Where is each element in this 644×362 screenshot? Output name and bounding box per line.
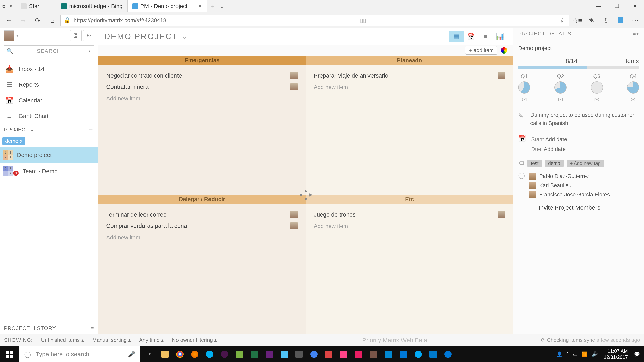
add-item-button[interactable]: + add item: [465, 46, 498, 54]
project-section-header[interactable]: PROJECT ⌄ ＋: [0, 124, 98, 135]
maps2-icon[interactable]: [411, 348, 425, 360]
task-item[interactable]: Contratar niñera: [106, 81, 298, 92]
refresh-button[interactable]: ⟳: [32, 14, 44, 27]
quarter-q4[interactable]: Q4✉: [627, 73, 639, 103]
invite-members-button[interactable]: Invite Project Members: [529, 200, 610, 213]
filter-time[interactable]: Any time ▴: [139, 337, 164, 343]
view-calendar-button[interactable]: 📅: [464, 31, 478, 42]
people-icon[interactable]: 👤: [556, 351, 562, 357]
home-button[interactable]: ⌂: [46, 14, 59, 27]
quadrant-2[interactable]: Planeado Preparar viaje de aniversario A…: [306, 56, 513, 195]
filter-owner[interactable]: No owner filtering ▴: [172, 337, 217, 343]
project-title[interactable]: DEMO PROJECT: [104, 32, 178, 41]
view-matrix-button[interactable]: ▦: [449, 31, 464, 42]
mail-icon[interactable]: [322, 348, 336, 360]
add-new-item[interactable]: Add new item: [106, 92, 298, 102]
file-explorer-icon[interactable]: [158, 348, 172, 360]
app-icon[interactable]: [233, 348, 246, 360]
tab-bing[interactable]: microsoft edge - Bing: [56, 0, 128, 12]
app2-icon[interactable]: [277, 348, 291, 360]
tag-demo[interactable]: demo: [545, 160, 564, 167]
member-row[interactable]: Kari Beaulieu: [529, 181, 610, 190]
color-picker-button[interactable]: [501, 47, 507, 54]
filter-status[interactable]: Unfinished items ▴: [41, 337, 84, 343]
slack-icon[interactable]: [218, 348, 232, 360]
back-button[interactable]: ←: [2, 14, 15, 27]
favorite-star-icon[interactable]: ☆: [560, 16, 566, 24]
tab-pm[interactable]: PM - Demo project ✕: [128, 0, 207, 12]
tab-start[interactable]: Start: [16, 0, 56, 12]
action-center-icon[interactable]: 💬: [634, 351, 640, 357]
edge-icon[interactable]: [441, 348, 455, 360]
notes-icon[interactable]: ✎: [585, 14, 598, 27]
view-chart-button[interactable]: 📊: [493, 31, 507, 42]
task-item[interactable]: Juego de tronos: [314, 209, 505, 220]
start-button[interactable]: [0, 351, 19, 358]
quarter-q1[interactable]: Q1✉: [518, 73, 530, 103]
store-icon[interactable]: [396, 348, 410, 360]
quarter-q2[interactable]: Q2✉: [554, 73, 566, 103]
matrix-resize-handle[interactable]: ▲ ▼ ◀ ▶: [301, 190, 311, 200]
settings-button[interactable]: ⚙: [83, 30, 94, 41]
view-list-button[interactable]: ≡: [478, 31, 493, 42]
close-window-button[interactable]: ✕: [626, 0, 644, 12]
app4-icon[interactable]: [367, 348, 380, 360]
visual-studio-icon[interactable]: [262, 348, 276, 360]
due-date-button[interactable]: Add date: [544, 146, 566, 152]
close-tab-icon[interactable]: ✕: [198, 3, 202, 9]
add-new-item[interactable]: Add new item: [106, 232, 298, 241]
start-date-button[interactable]: Add date: [546, 136, 567, 142]
forward-button[interactable]: →: [17, 14, 30, 27]
add-tag-button[interactable]: + Add new tag: [567, 160, 604, 167]
project-item-team[interactable]: 987 4 Team - Demo: [0, 163, 98, 179]
maps-icon[interactable]: [307, 348, 321, 360]
battery-icon[interactable]: ▭: [573, 351, 578, 357]
chrome-icon[interactable]: [173, 348, 187, 360]
member-row[interactable]: Francisco Jose Garcia Flores: [529, 190, 610, 200]
member-row[interactable]: Pablo Diaz-Gutierrez: [529, 172, 610, 181]
nav-gantt[interactable]: ≡ Gantt Chart: [0, 108, 98, 124]
taskbar-search[interactable]: ◯ Type here to search 🎤: [19, 346, 140, 362]
task-item[interactable]: Terminar de leer correo: [106, 209, 298, 220]
chevron-down-icon[interactable]: ⌄: [182, 33, 187, 40]
project-history-header[interactable]: PROJECT HISTORY ≡: [0, 323, 98, 334]
set-aside-icon[interactable]: ⇤: [8, 0, 16, 12]
filter-chip[interactable]: demo x: [2, 137, 25, 145]
add-project-button[interactable]: ＋: [88, 125, 94, 134]
extension-icon[interactable]: [614, 14, 627, 27]
reading-view-icon[interactable]: ▯▯: [360, 17, 366, 23]
task-view-button[interactable]: ⧉: [143, 348, 157, 360]
tag-test[interactable]: test: [528, 160, 542, 167]
vscode-icon[interactable]: [426, 348, 440, 360]
url-input[interactable]: 🔒 https://prioritymatrix.com/#!#4230418 …: [60, 15, 569, 26]
volume-icon[interactable]: 🔊: [592, 351, 598, 357]
minimize-button[interactable]: —: [590, 0, 608, 12]
new-tab-button[interactable]: ＋: [207, 0, 217, 12]
nav-calendar[interactable]: 📅 Calendar: [0, 92, 98, 108]
quarter-q3[interactable]: Q3✉: [591, 73, 603, 103]
task-item[interactable]: Negociar contrato con cliente: [106, 70, 298, 81]
edit-icon[interactable]: ✎: [518, 111, 526, 127]
sidebar-user-row[interactable]: ▾ 🗎 ⚙: [0, 28, 98, 43]
snip-icon[interactable]: [292, 348, 306, 360]
task-item[interactable]: Comprar verduras para la cena: [106, 220, 298, 232]
nav-reports[interactable]: ☰ Reports: [0, 77, 98, 92]
app5-icon[interactable]: [382, 348, 395, 360]
taskbar-clock[interactable]: 11:07 AM 12/31/2017: [602, 348, 630, 360]
tray-chevron-icon[interactable]: ˄: [566, 351, 569, 357]
maximize-button[interactable]: ☐: [608, 0, 626, 12]
quadrant-1[interactable]: Emergencias Negociar contrato con client…: [98, 56, 306, 195]
firefox-icon[interactable]: [188, 348, 202, 360]
search-input[interactable]: 🔍 SEARCH: [4, 45, 85, 57]
search-dropdown[interactable]: ▾: [85, 45, 94, 57]
quadrant-4[interactable]: Etc Juego de tronos Add new item: [306, 195, 513, 334]
paint-icon[interactable]: [337, 348, 350, 360]
project-item-demo[interactable]: 2121 Demo project: [0, 147, 98, 163]
task-view-icon[interactable]: ⧉: [0, 0, 8, 12]
new-doc-button[interactable]: 🗎: [70, 30, 82, 41]
mic-icon[interactable]: 🎤: [128, 351, 135, 358]
quadrant-3[interactable]: Delegar / Reducir Terminar de leer corre…: [98, 195, 306, 334]
excel-icon[interactable]: [248, 348, 261, 360]
menu-icon[interactable]: ≡: [91, 325, 94, 332]
add-new-item[interactable]: Add new item: [314, 81, 505, 90]
